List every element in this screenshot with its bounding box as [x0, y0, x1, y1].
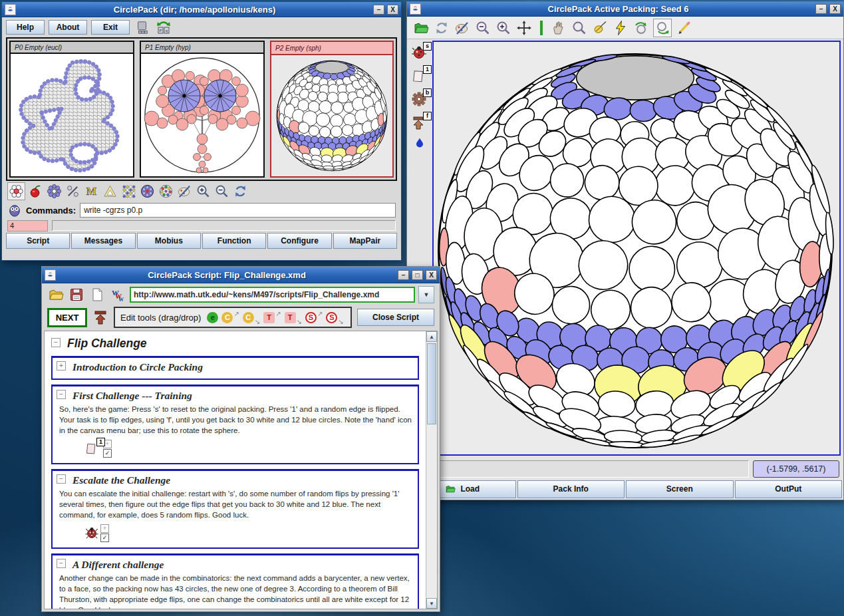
- command-down-icon[interactable]: C: [243, 312, 254, 323]
- rotate-cw-icon[interactable]: [653, 19, 672, 37]
- zoom-out-icon[interactable]: [213, 183, 230, 200]
- close-button[interactable]: X: [387, 5, 398, 15]
- commands-input[interactable]: [80, 203, 396, 218]
- help-button[interactable]: Help: [6, 20, 45, 35]
- text-down-icon[interactable]: T: [285, 312, 296, 323]
- sidebar-note-icon[interactable]: 1: [411, 68, 428, 84]
- hand-icon[interactable]: [550, 19, 567, 37]
- canvas-p2: P2 Empty (sph): [270, 41, 394, 178]
- maximize-button[interactable]: □: [412, 270, 423, 280]
- refresh-icon[interactable]: [232, 183, 249, 200]
- to-top-icon[interactable]: [92, 309, 108, 325]
- pack-titlebar[interactable]: CirclePack Active Packing: Seed 6 – X: [407, 2, 843, 17]
- command-up-icon[interactable]: C: [221, 312, 233, 323]
- cherry-icon[interactable]: [27, 183, 44, 200]
- canvas-p0: P0 Empty (eucl): [9, 41, 134, 178]
- main-titlebar[interactable]: CirclePack (dir; /home/apollonius/kens) …: [2, 2, 401, 17]
- pencil-icon[interactable]: [675, 19, 692, 37]
- collapse-box[interactable]: −: [57, 474, 66, 484]
- next-button[interactable]: NEXT: [47, 308, 87, 327]
- canvas-p2-header[interactable]: P2 Empty (sph): [271, 42, 392, 55]
- zoom-in-icon[interactable]: [195, 183, 211, 200]
- zoom-in-icon[interactable]: [495, 19, 512, 37]
- collapse-box[interactable]: −: [57, 559, 66, 568]
- palette-icon[interactable]: [454, 19, 471, 37]
- close-script-button[interactable]: Close Script: [357, 309, 434, 326]
- redraw-icon[interactable]: [433, 19, 450, 37]
- check-box[interactable]: ✓: [100, 534, 109, 542]
- probe-icon[interactable]: [591, 19, 609, 37]
- tab-mappair[interactable]: MapPair: [333, 233, 397, 249]
- collapse-box[interactable]: −: [51, 338, 61, 347]
- script-scrollbar[interactable]: ▲ ▼: [426, 331, 437, 609]
- section-down-icon[interactable]: S: [326, 312, 337, 323]
- tab-script[interactable]: Script: [6, 233, 70, 249]
- check-box[interactable]: ✓: [103, 449, 112, 458]
- scroll-down-arrow[interactable]: ▼: [426, 598, 437, 609]
- bug-icon[interactable]: [84, 526, 99, 540]
- sphere-pack-icon[interactable]: [139, 183, 156, 200]
- expand-box[interactable]: +: [57, 361, 66, 371]
- scroll-thumb[interactable]: [427, 343, 436, 424]
- tab-mobius[interactable]: Mobius: [137, 233, 201, 249]
- minimize-button[interactable]: –: [373, 5, 384, 15]
- edit-command-icon[interactable]: e: [207, 312, 218, 323]
- pack-canvas[interactable]: [432, 41, 841, 456]
- expand-box[interactable]: +: [100, 524, 109, 533]
- tab-configure[interactable]: Configure: [267, 233, 331, 249]
- pan-icon[interactable]: [515, 19, 533, 37]
- flash-icon[interactable]: [612, 19, 629, 37]
- open-folder-icon[interactable]: [412, 19, 430, 37]
- scroll-up-arrow[interactable]: ▲: [426, 331, 437, 342]
- canvas-p2-drawing[interactable]: [271, 55, 392, 176]
- url-input[interactable]: [130, 287, 415, 303]
- mappair-flip-icon[interactable]: Pq: [155, 19, 172, 36]
- canvas-p0-header[interactable]: P0 Empty (eucl): [11, 42, 133, 54]
- droplet-icon: [416, 138, 424, 148]
- dot-grid-icon[interactable]: [120, 183, 137, 200]
- m-icon[interactable]: M: [83, 183, 100, 200]
- tab-function[interactable]: Function: [202, 233, 266, 249]
- script-toolbar: WWW ▼: [42, 283, 440, 306]
- zoom-out-icon[interactable]: [474, 19, 492, 37]
- script-doc-title: Flip Challenge: [67, 337, 147, 351]
- seed-icon[interactable]: [7, 182, 25, 200]
- output-button[interactable]: OutPut: [735, 480, 843, 498]
- color-ring-icon[interactable]: [158, 183, 174, 200]
- collapse-box[interactable]: −: [57, 390, 66, 399]
- sidebar-bug-icon[interactable]: s: [411, 45, 428, 61]
- canvas-p1-header[interactable]: P1 Empty (hyp): [141, 42, 263, 54]
- sidebar-flip-icon[interactable]: f: [411, 114, 428, 130]
- minimize-button[interactable]: –: [398, 270, 409, 280]
- sidebar-gear-icon[interactable]: b: [411, 91, 428, 107]
- canvas-p1-drawing[interactable]: [141, 54, 263, 176]
- section-different: − A Different challenge Another change c…: [51, 553, 419, 609]
- tools-icon[interactable]: [65, 183, 81, 200]
- triangle-icon[interactable]: [102, 183, 118, 200]
- screen-button[interactable]: Screen: [626, 480, 734, 498]
- www-icon[interactable]: WWW: [109, 286, 126, 303]
- minimize-button[interactable]: –: [815, 4, 827, 14]
- exit-button[interactable]: Exit: [91, 20, 130, 35]
- save-icon[interactable]: [68, 286, 85, 303]
- canvas-p0-drawing[interactable]: [11, 54, 133, 176]
- about-button[interactable]: About: [49, 20, 87, 35]
- script-titlebar[interactable]: CirclePack Script: Flip_Challenge.xmd – …: [42, 267, 440, 283]
- script-window-title: CirclePack Script: Flip_Challenge.xmd: [59, 270, 395, 280]
- section-up-icon[interactable]: S: [305, 312, 317, 323]
- new-doc-icon[interactable]: [88, 286, 106, 303]
- pack-info-button[interactable]: Pack Info: [517, 480, 625, 498]
- note-icon[interactable]: 1: [84, 440, 102, 456]
- open-folder-icon[interactable]: [47, 286, 65, 303]
- magnify-icon[interactable]: [571, 19, 588, 37]
- url-dropdown-button[interactable]: ▼: [418, 286, 434, 303]
- text-up-icon[interactable]: T: [263, 312, 275, 323]
- palette-icon[interactable]: [176, 183, 193, 200]
- app-icon: [5, 4, 16, 15]
- rotate-ccw-icon[interactable]: [633, 19, 650, 37]
- close-button[interactable]: X: [426, 270, 437, 280]
- pack-flower-icon[interactable]: [46, 183, 63, 200]
- close-button[interactable]: X: [829, 4, 841, 14]
- tab-messages[interactable]: Messages: [71, 233, 135, 249]
- screen-icon[interactable]: [134, 19, 151, 36]
